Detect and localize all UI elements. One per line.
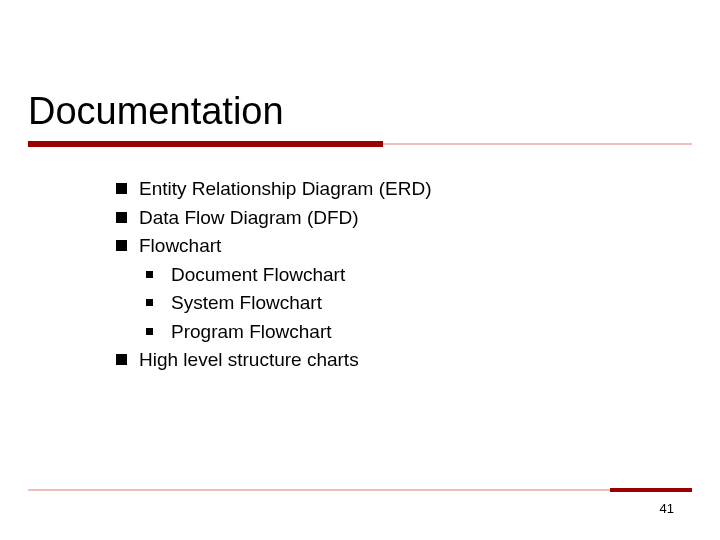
bullet-item: Data Flow Diagram (DFD) (116, 204, 692, 233)
bullet-text: Entity Relationship Diagram (ERD) (139, 175, 432, 204)
bullet-square-icon (116, 212, 127, 223)
sub-bullet-list: Document Flowchart System Flowchart Prog… (116, 261, 692, 347)
slide: Documentation Entity Relationship Diagra… (0, 0, 720, 540)
bullet-text: Flowchart (139, 232, 221, 261)
sub-bullet-item: Document Flowchart (146, 261, 692, 290)
sub-bullet-text: System Flowchart (171, 289, 322, 318)
sub-bullet-text: Document Flowchart (171, 261, 345, 290)
title-divider (28, 141, 692, 147)
slide-content: Entity Relationship Diagram (ERD) Data F… (28, 173, 692, 375)
bullet-item: Flowchart (116, 232, 692, 261)
divider-dark-segment (28, 141, 383, 147)
sub-bullet-square-icon (146, 299, 153, 306)
sub-bullet-text: Program Flowchart (171, 318, 332, 347)
bullet-square-icon (116, 240, 127, 251)
bullet-square-icon (116, 354, 127, 365)
footer-divider (28, 488, 692, 492)
bullet-text: Data Flow Diagram (DFD) (139, 204, 359, 233)
slide-title: Documentation (28, 90, 692, 133)
footer-dark-segment (610, 488, 692, 492)
page-number: 41 (660, 501, 674, 516)
sub-bullet-square-icon (146, 328, 153, 335)
footer-light-segment (28, 489, 610, 491)
bullet-item: Entity Relationship Diagram (ERD) (116, 175, 692, 204)
bullet-list: Entity Relationship Diagram (ERD) Data F… (116, 175, 692, 375)
bullet-square-icon (116, 183, 127, 194)
sub-bullet-item: Program Flowchart (146, 318, 692, 347)
sub-bullet-item: System Flowchart (146, 289, 692, 318)
bullet-item: High level structure charts (116, 346, 692, 375)
bullet-text: High level structure charts (139, 346, 359, 375)
divider-light-segment (383, 143, 692, 145)
sub-bullet-square-icon (146, 271, 153, 278)
